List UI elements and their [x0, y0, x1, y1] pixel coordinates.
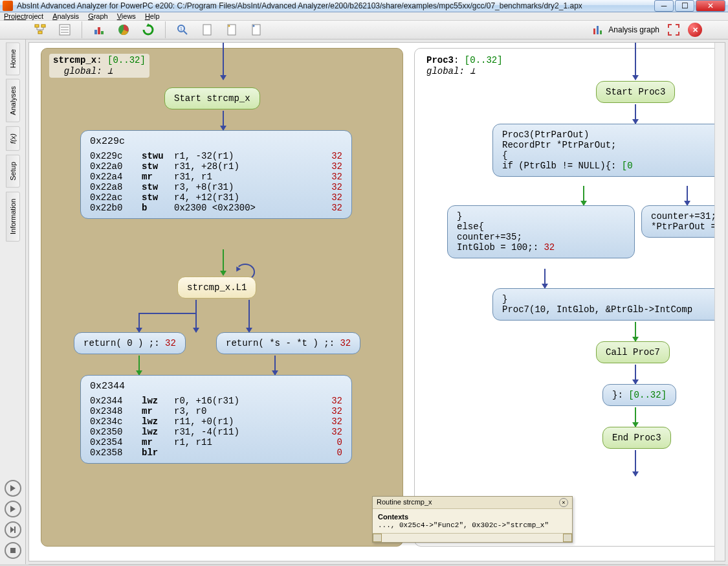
- function-strcmp-x[interactable]: strcmp_x: [0..32] global: ⊥ Start strcmp…: [41, 48, 403, 547]
- node-proc7-call[interactable]: } Proc7(10, IntGlob, &PtrGlb->IntComp: [492, 288, 714, 321]
- stop-button[interactable]: [5, 542, 21, 559]
- menu-help[interactable]: Help: [145, 12, 160, 20]
- play-button-2[interactable]: [5, 501, 21, 517]
- menu-graph[interactable]: Graph: [88, 12, 108, 20]
- node-call-proc7[interactable]: Call Proc7: [596, 341, 670, 363]
- svg-rect-1: [41, 25, 45, 27]
- tool-tree-icon[interactable]: [31, 21, 49, 39]
- tool-page-icon[interactable]: [198, 21, 216, 39]
- arrow-icon: [274, 356, 276, 375]
- arrow-icon: [223, 249, 224, 275]
- tab-home[interactable]: Home: [6, 42, 20, 75]
- svg-rect-8: [98, 27, 100, 34]
- arrow-icon: [635, 322, 636, 341]
- node-start-proc3[interactable]: Start Proc3: [596, 81, 675, 103]
- toolbar-separator: [82, 21, 82, 38]
- vertical-scrollbar[interactable]: [714, 43, 725, 561]
- svg-rect-22: [14, 526, 16, 533]
- tab-setup[interactable]: Setup: [6, 155, 20, 188]
- tool-chart-icon[interactable]: [90, 21, 108, 39]
- window-titlebar: AbsInt Advanced Analyzer for PowerPC e20…: [0, 0, 728, 12]
- node-start-strcmp[interactable]: Start strcmp_x: [164, 87, 260, 109]
- arrow-icon: [687, 186, 688, 205]
- svg-rect-21: [600, 30, 602, 34]
- tool-fullscreen-icon[interactable]: [665, 21, 683, 39]
- arrow-icon: [635, 365, 636, 384]
- arrow-icon: [223, 43, 224, 80]
- window-title: AbsInt Advanced Analyzer for PowerPC e20…: [17, 1, 653, 10]
- menu-views[interactable]: Views: [117, 12, 136, 20]
- svg-rect-7: [94, 30, 97, 34]
- arrow-icon: [138, 313, 140, 332]
- svg-rect-19: [593, 28, 595, 34]
- tooltip-title-text: Routine strcmp_x: [377, 498, 432, 507]
- tooltip-content: ..., 0x25c4->"Func2", 0x302c->"strcmp_x": [378, 521, 549, 529]
- arrow-icon: [544, 269, 546, 288]
- svg-rect-14: [203, 25, 211, 35]
- node-label-l1[interactable]: strcmp_x.L1: [177, 277, 256, 299]
- minimize-button[interactable]: ─: [654, 0, 674, 12]
- tool-zoom-icon[interactable]: 1: [173, 21, 192, 39]
- function-proc3[interactable]: Proc3: [0..32] global: ⊥ Start Proc3 Pro…: [414, 48, 714, 547]
- app-icon: [3, 1, 13, 11]
- node-else-block[interactable]: } else{ counter+=35; IntGlob = 100;: 32: [447, 205, 635, 258]
- svg-rect-20: [597, 26, 599, 34]
- arrow-icon: [248, 300, 250, 332]
- node-close-brace[interactable]: }: [0..32]: [602, 384, 676, 406]
- tool-refresh-icon[interactable]: [139, 21, 157, 39]
- close-button[interactable]: ✕: [696, 0, 725, 12]
- svg-rect-23: [10, 548, 16, 553]
- tooltip-scrollbar[interactable]: [373, 533, 572, 542]
- menu-project[interactable]: Projectroject: [4, 12, 43, 20]
- toolbar-separator: [165, 21, 166, 38]
- tab-information[interactable]: Information: [6, 192, 20, 242]
- svg-line-12: [184, 31, 187, 34]
- graph-scroll-area[interactable]: strcmp_x: [0..32] global: ⊥ Start strcmp…: [29, 43, 714, 561]
- arrow-icon: [635, 43, 636, 80]
- menu-analysis[interactable]: Analysis: [52, 12, 79, 20]
- node-return-st[interactable]: return( *s - *t ) ;: 32: [216, 332, 360, 354]
- tool-pie-icon[interactable]: [115, 21, 133, 39]
- analysis-graph-icon: [593, 25, 603, 35]
- node-proc3-head[interactable]: Proc3(PtrParOut) RecordPtr *PtrParOut; {…: [492, 124, 714, 177]
- close-pane-button[interactable]: ✕: [688, 23, 702, 37]
- arrow-icon: [583, 186, 584, 205]
- arrow-line: [138, 313, 195, 314]
- node-counter31-block[interactable]: counter+=31; *PtrParOut =: [641, 205, 714, 238]
- analysis-graph-label: Analysis graph: [608, 25, 659, 34]
- tool-page2-icon[interactable]: [223, 21, 241, 39]
- node-end-proc3[interactable]: End Proc3: [602, 427, 671, 449]
- graph-pane: strcmp_x: [0..32] global: ⊥ Start strcmp…: [28, 42, 725, 561]
- svg-rect-2: [38, 31, 42, 34]
- tool-page3-icon[interactable]: [247, 21, 265, 39]
- play-button[interactable]: [5, 480, 21, 497]
- tool-list-icon[interactable]: [56, 21, 74, 39]
- arrow-icon: [635, 104, 636, 124]
- svg-point-16: [228, 25, 230, 27]
- maximize-button[interactable]: ☐: [675, 0, 694, 12]
- node-return-0[interactable]: return( 0 ) ;: 32: [74, 332, 186, 354]
- step-button[interactable]: [5, 521, 21, 538]
- menubar: Projectroject Analysis Graph Views Help: [0, 12, 728, 21]
- arrow-icon: [635, 450, 636, 476]
- arrow-icon: [138, 356, 140, 375]
- node-block-2344[interactable]: 0x2344 0x2344lwzr0, +16(r31)32 0x2348mrr…: [80, 375, 352, 464]
- tooltip-routine-info[interactable]: Routine strcmp_x × Contexts ..., 0x25c4-…: [372, 496, 573, 543]
- svg-rect-0: [35, 25, 39, 27]
- arrow-icon: [223, 111, 224, 130]
- svg-point-18: [253, 25, 255, 27]
- tab-fx[interactable]: f(x): [6, 126, 20, 151]
- tab-analyses[interactable]: Analyses: [6, 79, 20, 122]
- svg-rect-9: [101, 31, 104, 34]
- svg-text:1: 1: [180, 27, 182, 31]
- node-block-229c[interactable]: 0x229c 0x229cstwur1, -32(r1)32 0x22a0stw…: [80, 130, 352, 219]
- tooltip-section: Contexts: [378, 513, 408, 521]
- arrow-icon: [195, 300, 197, 332]
- left-sidebar: Home Analyses f(x) Setup Information: [0, 40, 26, 564]
- arrow-icon: [635, 407, 636, 427]
- tooltip-close-icon[interactable]: ×: [559, 498, 568, 507]
- toolbar: 1 Analysis graph ✕: [0, 21, 728, 40]
